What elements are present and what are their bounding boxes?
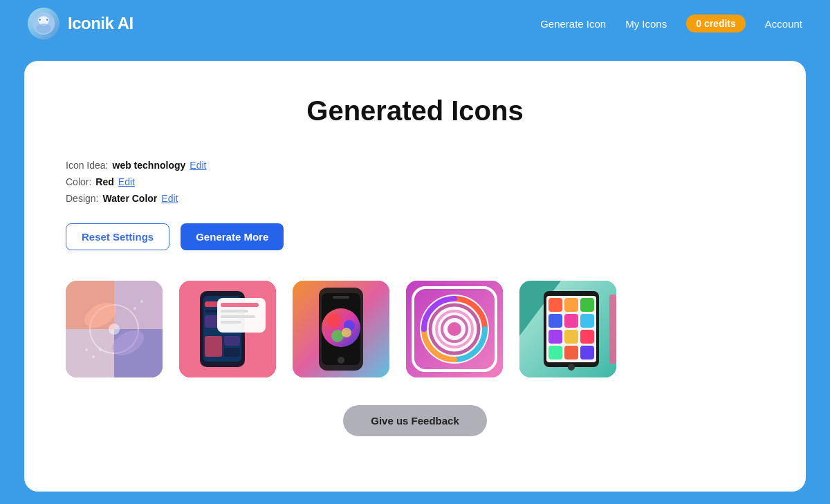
- svg-point-52: [448, 322, 461, 336]
- svg-point-44: [338, 357, 344, 364]
- header-nav: Generate Icon My Icons 0 credits Account: [540, 15, 802, 32]
- svg-point-39: [327, 314, 341, 328]
- brand-name: Iconik AI: [68, 14, 133, 33]
- nav-account[interactable]: Account: [765, 18, 802, 30]
- nav-generate-icon[interactable]: Generate Icon: [540, 18, 606, 30]
- icons-grid: [66, 281, 764, 377]
- generated-icon-5[interactable]: [519, 281, 616, 377]
- svg-point-6: [36, 24, 51, 33]
- color-value: Red: [95, 176, 113, 187]
- svg-point-17: [99, 348, 102, 351]
- color-label: Color:: [66, 176, 91, 187]
- svg-rect-70: [609, 295, 616, 364]
- generate-more-button[interactable]: Generate More: [181, 223, 284, 250]
- svg-rect-28: [224, 336, 240, 346]
- reset-settings-button[interactable]: Reset Settings: [66, 223, 169, 250]
- main-wrapper: Generated Icons Icon Idea: web technolog…: [0, 47, 830, 504]
- svg-point-4: [39, 19, 41, 21]
- icon-idea-value: web technology: [113, 160, 186, 171]
- svg-rect-29: [224, 348, 240, 357]
- svg-point-5: [46, 19, 48, 21]
- generated-icon-4[interactable]: [406, 281, 503, 377]
- svg-rect-60: [548, 314, 562, 328]
- nav-my-icons[interactable]: My Icons: [625, 18, 667, 30]
- svg-rect-63: [548, 330, 562, 344]
- credits-badge[interactable]: 0 credits: [686, 15, 746, 32]
- svg-rect-65: [580, 330, 594, 344]
- design-label: Design:: [66, 193, 98, 204]
- svg-rect-62: [580, 314, 594, 328]
- design-edit-link[interactable]: Edit: [161, 193, 178, 204]
- svg-rect-33: [221, 315, 255, 318]
- action-buttons: Reset Settings Generate More: [66, 223, 764, 250]
- svg-rect-27: [205, 336, 222, 357]
- setting-line-idea: Icon Idea: web technology Edit: [66, 160, 764, 171]
- generated-icon-1[interactable]: [66, 281, 163, 377]
- svg-rect-61: [564, 314, 578, 328]
- svg-point-16: [92, 355, 95, 358]
- feedback-wrapper: Give us Feedback: [66, 405, 764, 450]
- design-value: Water Color: [102, 193, 157, 204]
- svg-rect-59: [580, 298, 594, 312]
- svg-rect-43: [333, 296, 349, 299]
- feedback-button[interactable]: Give us Feedback: [343, 405, 487, 436]
- generated-icon-2[interactable]: [179, 281, 276, 377]
- svg-rect-9: [66, 329, 114, 377]
- svg-point-14: [109, 324, 120, 335]
- svg-point-69: [568, 364, 575, 371]
- svg-rect-64: [564, 330, 578, 344]
- generated-icon-3[interactable]: [293, 281, 389, 377]
- svg-rect-32: [221, 310, 248, 312]
- setting-line-color: Color: Red Edit: [66, 176, 764, 187]
- header-left: Iconik AI: [28, 8, 133, 39]
- svg-rect-57: [548, 298, 562, 312]
- svg-point-38: [322, 308, 360, 347]
- svg-point-15: [85, 348, 88, 351]
- svg-rect-31: [221, 303, 259, 307]
- svg-rect-58: [564, 298, 578, 312]
- page-title: Generated Icons: [66, 95, 764, 127]
- header: Iconik AI Generate Icon My Icons 0 credi…: [0, 0, 830, 47]
- svg-rect-34: [221, 321, 241, 324]
- svg-point-19: [133, 307, 136, 310]
- setting-line-design: Design: Water Color Edit: [66, 193, 764, 204]
- svg-point-18: [140, 300, 143, 303]
- color-edit-link[interactable]: Edit: [118, 176, 135, 187]
- svg-rect-8: [114, 281, 163, 329]
- icon-idea-edit-link[interactable]: Edit: [190, 160, 206, 171]
- logo-avatar: [28, 8, 59, 39]
- svg-rect-67: [564, 346, 578, 360]
- svg-rect-66: [548, 346, 562, 360]
- svg-rect-68: [580, 346, 594, 360]
- svg-point-42: [342, 328, 351, 337]
- settings-info: Icon Idea: web technology Edit Color: Re…: [66, 160, 764, 204]
- content-card: Generated Icons Icon Idea: web technolog…: [24, 61, 806, 492]
- icon-idea-label: Icon Idea:: [66, 160, 109, 171]
